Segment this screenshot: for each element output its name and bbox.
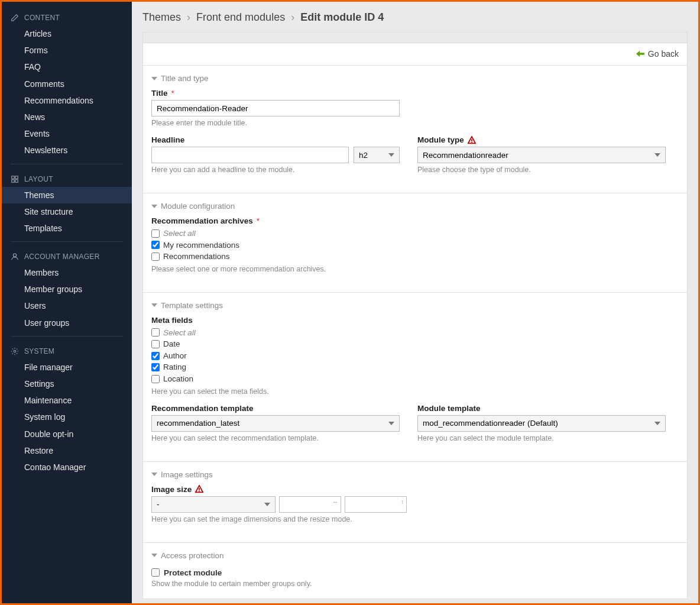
legend-template-settings[interactable]: Template settings — [151, 299, 679, 316]
meta-checkbox-date[interactable]: Date — [151, 338, 679, 350]
height-icon: ↕ — [401, 499, 404, 505]
edit-panel: Go back Title and type Title* — [142, 32, 688, 599]
sidebar-item-file-manager[interactable]: File manager — [2, 359, 132, 376]
sidebar-item-system-log[interactable]: System log — [2, 409, 132, 425]
headline-tag-select[interactable]: h2 — [354, 147, 400, 163]
sidebar-item-site-structure[interactable]: Site structure — [2, 203, 132, 220]
legend-label: Module configuration — [161, 202, 235, 211]
legend-label: Title and type — [161, 74, 209, 83]
svg-rect-8 — [199, 488, 200, 490]
sidebar-item-recommendations[interactable]: Recommendations — [2, 92, 132, 109]
svg-rect-0 — [12, 176, 14, 178]
arrow-left-icon — [636, 50, 644, 57]
meta-checkbox-location[interactable]: Location — [151, 373, 679, 385]
breadcrumb-sep: › — [184, 11, 193, 23]
section-access: Access protection Protect module Show th… — [143, 542, 687, 598]
title-hint: Please enter the module title. — [151, 119, 400, 127]
meta-hint: Here you can select the meta fields. — [151, 387, 679, 396]
sidebar-header-content: CONTENT — [2, 8, 132, 25]
breadcrumb-link-modules[interactable]: Front end modules — [196, 11, 285, 23]
sidebar-item-forms[interactable]: Forms — [2, 42, 132, 59]
sidebar-item-templates[interactable]: Templates — [2, 220, 132, 237]
imgsize-mode-select[interactable]: - — [151, 496, 276, 513]
breadcrumb: Themes › Front end modules › Edit module… — [132, 2, 698, 32]
moduletype-hint: Please choose the type of module. — [417, 166, 666, 174]
sidebar-item-settings[interactable]: Settings — [2, 376, 132, 392]
svg-rect-1 — [15, 176, 18, 178]
svg-rect-9 — [199, 491, 200, 492]
moduletype-label: Module type — [417, 135, 666, 144]
moduletype-select[interactable]: Recommendationreader — [417, 147, 666, 163]
title-label: Title* — [151, 89, 400, 98]
archive-checkbox-recommendations[interactable]: Recommendations — [151, 251, 679, 263]
meta-checkbox-rating[interactable]: Rating — [151, 361, 679, 373]
legend-module-config[interactable]: Module configuration — [151, 199, 679, 216]
section-template-settings: Template settings Meta fields Select all… — [143, 292, 687, 461]
warning-icon — [195, 485, 203, 493]
sidebar-header-system: SYSTEM — [2, 341, 132, 359]
goback-row: Go back — [143, 43, 687, 65]
sidebar-item-member-groups[interactable]: Member groups — [2, 281, 132, 297]
mod-tpl-label: Module template — [417, 404, 666, 413]
svg-point-5 — [14, 350, 16, 352]
sidebar-header-layout: LAYOUT — [2, 169, 132, 187]
svg-point-4 — [13, 254, 16, 257]
goback-label: Go back — [648, 49, 679, 59]
sidebar-item-double-opt-in[interactable]: Double opt-in — [2, 426, 132, 442]
sidebar-item-comments[interactable]: Comments — [2, 76, 132, 92]
sidebar-item-newsletters[interactable]: Newsletters — [2, 142, 132, 158]
imgsize-label: Image size — [151, 485, 679, 494]
main-content: Themes › Front end modules › Edit module… — [132, 2, 698, 603]
headline-hint: Here you can add a headline to the modul… — [151, 166, 400, 174]
svg-rect-3 — [15, 179, 18, 182]
sidebar-item-events[interactable]: Events — [2, 125, 132, 142]
protect-module-checkbox[interactable]: Protect module — [151, 568, 679, 577]
imgsize-height-input[interactable]: ↕ — [345, 496, 407, 513]
sidebar-item-restore[interactable]: Restore — [2, 442, 132, 459]
sidebar-item-users[interactable]: Users — [2, 297, 132, 314]
rec-tpl-select[interactable]: recommendation_latest — [151, 415, 400, 432]
chevron-down-icon — [151, 554, 157, 557]
svg-rect-7 — [471, 141, 472, 143]
sidebar-item-user-groups[interactable]: User groups — [2, 315, 132, 331]
archives-select-all[interactable]: Select all — [151, 228, 679, 240]
meta-select-all[interactable]: Select all — [151, 327, 679, 339]
sidebar-item-themes[interactable]: Themes — [2, 187, 132, 203]
headline-input[interactable] — [151, 147, 349, 163]
legend-access[interactable]: Access protection — [151, 549, 679, 566]
sidebar: CONTENTArticlesFormsFAQCommentsRecommend… — [2, 2, 132, 603]
chevron-down-icon — [151, 473, 157, 476]
imgsize-hint: Here you can set the image dimensions an… — [151, 515, 679, 523]
protect-hint: Show the module to certain member groups… — [151, 580, 679, 588]
mod-tpl-select[interactable]: mod_recommendationreader (Default) — [417, 415, 666, 432]
meta-label: Meta fields — [151, 316, 679, 325]
rec-tpl-hint: Here you can select the recommendation t… — [151, 434, 400, 442]
warning-icon — [468, 136, 476, 144]
archive-checkbox-my-recommendations[interactable]: My recommendations — [151, 240, 679, 251]
sidebar-header-accounts: ACCOUNT MANAGER — [2, 247, 132, 264]
sidebar-item-faq[interactable]: FAQ — [2, 59, 132, 75]
legend-label: Access protection — [161, 551, 224, 560]
legend-image-settings[interactable]: Image settings — [151, 468, 679, 485]
legend-title-type[interactable]: Title and type — [151, 72, 679, 89]
archives-label: Recommendation archives* — [151, 216, 679, 225]
headline-label: Headline — [151, 135, 400, 144]
goback-link[interactable]: Go back — [636, 49, 679, 59]
sidebar-item-news[interactable]: News — [2, 109, 132, 125]
title-input[interactable] — [151, 100, 400, 117]
breadcrumb-link-themes[interactable]: Themes — [142, 11, 181, 23]
breadcrumb-sep: › — [288, 11, 297, 23]
sidebar-item-contao-manager[interactable]: Contao Manager — [2, 459, 132, 475]
meta-checkbox-author[interactable]: Author — [151, 350, 679, 362]
width-icon: ↔ — [332, 499, 338, 505]
legend-label: Template settings — [161, 301, 223, 310]
imgsize-width-input[interactable]: ↔ — [279, 496, 341, 513]
legend-label: Image settings — [161, 470, 213, 479]
svg-rect-2 — [12, 179, 14, 182]
chevron-down-icon — [151, 77, 157, 80]
sidebar-item-members[interactable]: Members — [2, 264, 132, 281]
sidebar-item-articles[interactable]: Articles — [2, 25, 132, 42]
sidebar-item-maintenance[interactable]: Maintenance — [2, 392, 132, 409]
chevron-down-icon — [151, 303, 157, 307]
archives-hint: Please select one or more recommendation… — [151, 265, 679, 273]
